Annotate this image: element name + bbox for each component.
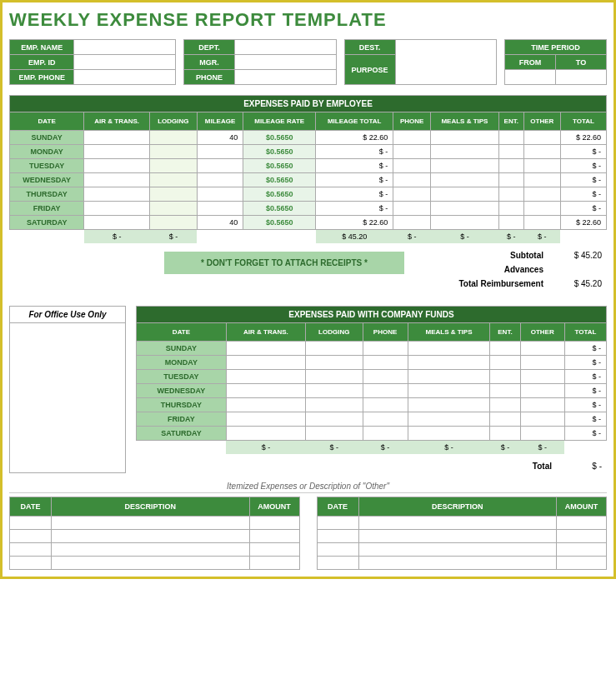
cf-cell[interactable] <box>490 427 520 441</box>
input-emp-phone[interactable] <box>74 70 176 85</box>
cf-cell[interactable] <box>363 342 408 356</box>
cf-cell[interactable] <box>226 427 305 441</box>
it-cell[interactable] <box>317 530 358 543</box>
cell-meals[interactable] <box>431 159 499 173</box>
cell-lodging[interactable] <box>150 202 198 216</box>
cf-cell[interactable] <box>520 370 564 384</box>
cf-cell[interactable] <box>306 356 363 370</box>
office-use-area[interactable] <box>10 323 125 465</box>
cf-cell[interactable] <box>226 384 305 398</box>
it-cell[interactable] <box>317 557 358 570</box>
cell-mileage[interactable] <box>197 145 243 159</box>
cell-other[interactable] <box>523 173 560 187</box>
it-cell[interactable] <box>557 557 607 570</box>
cell-mileage[interactable] <box>197 173 243 187</box>
it-cell[interactable] <box>52 517 250 530</box>
cell-mileage[interactable] <box>197 187 243 202</box>
cf-cell[interactable] <box>490 370 520 384</box>
input-phone[interactable] <box>234 70 336 85</box>
cell-lodging[interactable] <box>150 159 198 173</box>
cell-other[interactable] <box>523 131 560 145</box>
cell-lodging[interactable] <box>150 173 198 187</box>
cf-cell[interactable] <box>408 398 490 412</box>
cell-meals[interactable] <box>431 145 499 159</box>
it-cell[interactable] <box>52 530 250 543</box>
input-dest-purpose[interactable] <box>395 40 497 85</box>
cf-cell[interactable] <box>306 370 363 384</box>
cf-cell[interactable] <box>363 384 408 398</box>
cell-meals[interactable] <box>431 216 499 230</box>
cf-cell[interactable] <box>226 342 305 356</box>
cell-lodging[interactable] <box>150 216 198 230</box>
it-cell[interactable] <box>10 530 52 543</box>
cf-cell[interactable] <box>408 384 490 398</box>
cell-mileage[interactable] <box>197 159 243 173</box>
it-cell[interactable] <box>52 557 250 570</box>
it-cell[interactable] <box>10 543 52 557</box>
cell-lodging[interactable] <box>150 145 198 159</box>
it-cell[interactable] <box>557 517 607 530</box>
cell-air[interactable] <box>84 202 150 216</box>
cf-cell[interactable] <box>520 398 564 412</box>
cf-cell[interactable] <box>306 412 363 427</box>
cell-lodging[interactable] <box>150 187 198 202</box>
cell-other[interactable] <box>523 187 560 202</box>
cf-cell[interactable] <box>490 398 520 412</box>
cell-ent[interactable] <box>498 187 523 202</box>
input-emp-name[interactable] <box>74 40 176 55</box>
cell-mileage[interactable]: 40 <box>197 131 243 145</box>
it-cell[interactable] <box>10 517 52 530</box>
cell-other[interactable] <box>523 216 560 230</box>
cell-other[interactable] <box>523 202 560 216</box>
input-emp-id[interactable] <box>74 55 176 70</box>
cell-ent[interactable] <box>498 173 523 187</box>
cell-air[interactable] <box>84 216 150 230</box>
cell-ent[interactable] <box>498 216 523 230</box>
cell-other[interactable] <box>523 145 560 159</box>
cf-cell[interactable] <box>226 370 305 384</box>
cell-air[interactable] <box>84 187 150 202</box>
cell-air[interactable] <box>84 131 150 145</box>
cf-cell[interactable] <box>520 412 564 427</box>
cell-phone[interactable] <box>393 145 431 159</box>
cell-phone[interactable] <box>393 216 431 230</box>
cell-meals[interactable] <box>431 173 499 187</box>
cf-cell[interactable] <box>520 384 564 398</box>
it-cell[interactable] <box>249 530 299 543</box>
cf-cell[interactable] <box>408 342 490 356</box>
cell-mileage[interactable] <box>197 202 243 216</box>
cf-cell[interactable] <box>306 342 363 356</box>
cf-cell[interactable] <box>306 427 363 441</box>
cell-other[interactable] <box>523 159 560 173</box>
cf-cell[interactable] <box>226 356 305 370</box>
it-cell[interactable] <box>249 557 299 570</box>
cf-cell[interactable] <box>226 412 305 427</box>
cf-cell[interactable] <box>520 427 564 441</box>
cell-air[interactable] <box>84 145 150 159</box>
cf-cell[interactable] <box>490 412 520 427</box>
it-cell[interactable] <box>317 517 358 530</box>
cell-phone[interactable] <box>393 131 431 145</box>
cell-ent[interactable] <box>498 131 523 145</box>
cf-cell[interactable] <box>408 356 490 370</box>
it-cell[interactable] <box>358 517 557 530</box>
it-cell[interactable] <box>358 543 557 557</box>
cell-mileage[interactable]: 40 <box>197 216 243 230</box>
it-cell[interactable] <box>358 557 557 570</box>
cf-cell[interactable] <box>408 427 490 441</box>
cf-cell[interactable] <box>363 398 408 412</box>
cf-cell[interactable] <box>408 412 490 427</box>
cell-air[interactable] <box>84 173 150 187</box>
cell-meals[interactable] <box>431 131 499 145</box>
cell-meals[interactable] <box>431 187 499 202</box>
cf-cell[interactable] <box>363 370 408 384</box>
input-to[interactable] <box>556 70 607 85</box>
cf-cell[interactable] <box>363 356 408 370</box>
cell-meals[interactable] <box>431 202 499 216</box>
it-cell[interactable] <box>52 543 250 557</box>
cf-cell[interactable] <box>490 342 520 356</box>
cell-ent[interactable] <box>498 159 523 173</box>
it-cell[interactable] <box>317 543 358 557</box>
cell-ent[interactable] <box>498 202 523 216</box>
cell-phone[interactable] <box>393 202 431 216</box>
